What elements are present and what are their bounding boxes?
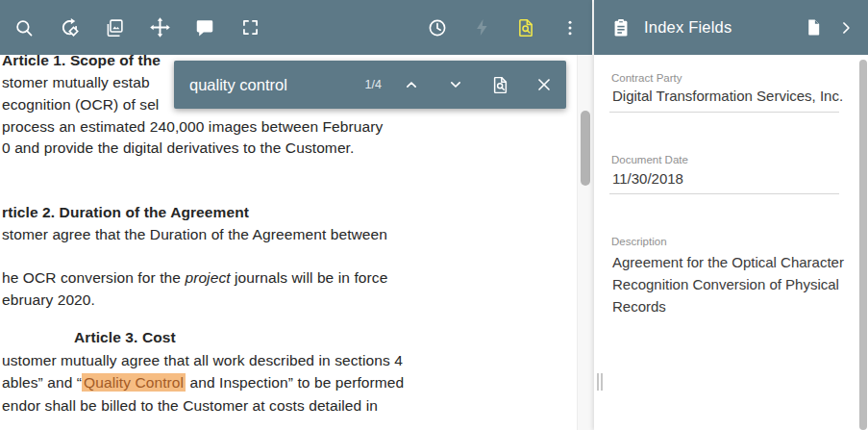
clock-icon [427, 17, 448, 38]
field-value-document-date[interactable]: 11/30/2018 [612, 170, 683, 187]
pan-icon [149, 16, 171, 38]
pan-button[interactable] [137, 0, 182, 55]
field-value-description[interactable]: Agreement for the Optical Character Reco… [612, 251, 851, 317]
find-query-input[interactable] [189, 76, 365, 94]
doc-text-italic: project [185, 269, 230, 286]
document-scrollbar-thumb[interactable] [581, 111, 590, 186]
toolbar-left-group [0, 0, 272, 55]
doc-text-segment: and Inspection” to be performed [186, 374, 404, 391]
field-label-document-date: Document Date [611, 154, 688, 165]
field-label-contract-party: Contract Party [611, 72, 682, 84]
chevron-right-icon [836, 18, 856, 38]
document-page-button[interactable] [797, 0, 830, 55]
clipboard-icon [610, 17, 632, 38]
app-window: Article 1. Scope of the stomer mutually … [0, 0, 868, 430]
toolbar-right-group [415, 0, 592, 55]
comment-icon [194, 17, 215, 38]
document-search-button[interactable] [504, 0, 548, 55]
chevron-down-icon [446, 75, 465, 94]
document-scrollbar-track [577, 55, 594, 430]
sidebar-scrollbar-thumb[interactable] [859, 60, 867, 430]
doc-text-line: ebruary 2020. [2, 291, 95, 309]
doc-text-line: he OCR conversion for the project journa… [2, 269, 387, 287]
find-next-button[interactable] [434, 61, 478, 109]
doc-text-line: stomer mutually estab [2, 74, 150, 91]
field-underline [609, 112, 839, 113]
doc-text-line: ustomer mutually agree that all work des… [2, 352, 403, 369]
page-thumbnails-button[interactable] [92, 0, 136, 55]
find-in-document-bar: 1/4 [174, 61, 566, 109]
more-options-button[interactable] [548, 0, 592, 55]
document-page-icon [804, 17, 824, 38]
document-search-icon [490, 75, 510, 95]
search-match-highlight: Quality Control [82, 373, 186, 392]
document-toolbar [0, 0, 592, 55]
close-icon [534, 75, 554, 94]
doc-heading-article-2: rticle 2. Duration of the Agreement [2, 204, 249, 221]
doc-text-line: endor shall be billed to the Customer at… [2, 397, 378, 415]
page-thumbnails-icon [104, 17, 125, 38]
doc-text-line: process an estimated 240,000 images betw… [2, 118, 383, 136]
fullscreen-icon [240, 17, 260, 38]
collapse-panel-button[interactable] [830, 0, 862, 55]
document-search-icon [515, 17, 536, 38]
doc-text-segment: ables” and “ [2, 374, 82, 391]
doc-text-segment: journals will be in force [231, 269, 388, 286]
more-vertical-icon [560, 18, 580, 38]
doc-text-line: ecognition (OCR) of sel [2, 96, 159, 114]
rotate-page-button[interactable] [47, 0, 91, 55]
rotate-icon [59, 16, 81, 38]
comment-button[interactable] [183, 0, 227, 55]
doc-text-line: 0 and provide the digital derivatives to… [2, 139, 354, 157]
doc-text-line: stomer agree that the Duration of the Ag… [2, 226, 387, 243]
panel-resize-handle[interactable] [597, 373, 603, 391]
index-fields-panel: Index Fields Contract Party Digital Tran… [594, 0, 868, 430]
search-button[interactable] [2, 0, 46, 55]
search-icon [13, 17, 35, 38]
field-underline [609, 193, 839, 194]
history-button[interactable] [415, 0, 459, 55]
doc-text-segment: he OCR conversion for the [2, 269, 185, 286]
field-label-description: Description [611, 236, 667, 247]
quick-actions-button[interactable] [459, 0, 504, 55]
fullscreen-button[interactable] [228, 0, 272, 55]
match-counter: 1/4 [365, 78, 382, 91]
field-value-contract-party[interactable]: Digital Transformation Services, Inc. [612, 88, 843, 104]
flash-icon [472, 17, 492, 38]
find-previous-button[interactable] [389, 61, 434, 109]
document-viewer: Article 1. Scope of the stomer mutually … [0, 0, 594, 430]
doc-text-line: ables” and “Quality Control and Inspecti… [2, 374, 404, 392]
panel-title: Index Fields [644, 18, 797, 37]
advanced-document-search-button[interactable] [478, 61, 522, 109]
close-find-bar-button[interactable] [522, 61, 566, 109]
index-fields-header: Index Fields [594, 0, 868, 55]
chevron-up-icon [402, 75, 421, 94]
doc-heading-article-3: Article 3. Cost [74, 329, 176, 346]
